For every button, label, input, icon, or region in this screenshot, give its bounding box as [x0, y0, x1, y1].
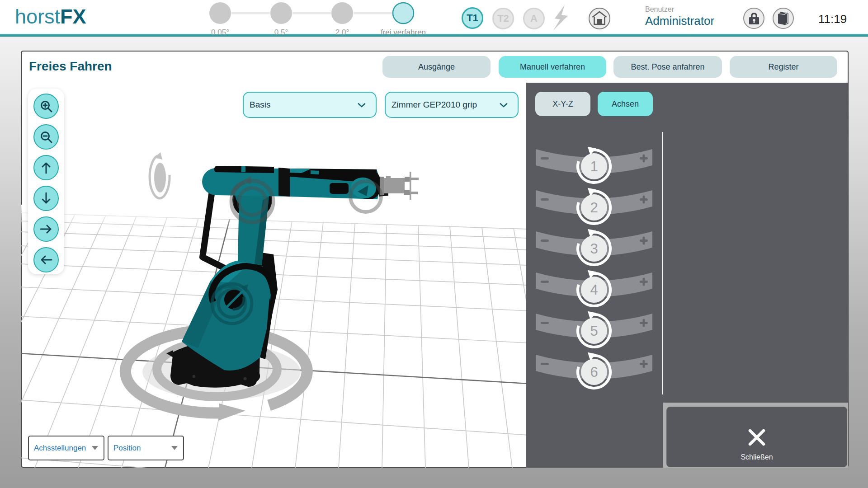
- svg-text:1: 1: [590, 159, 598, 174]
- svg-text:6: 6: [590, 364, 598, 380]
- svg-text:5: 5: [590, 323, 598, 339]
- svg-text:4: 4: [590, 282, 598, 298]
- svg-text:2: 2: [590, 200, 598, 216]
- svg-text:3: 3: [590, 241, 598, 257]
